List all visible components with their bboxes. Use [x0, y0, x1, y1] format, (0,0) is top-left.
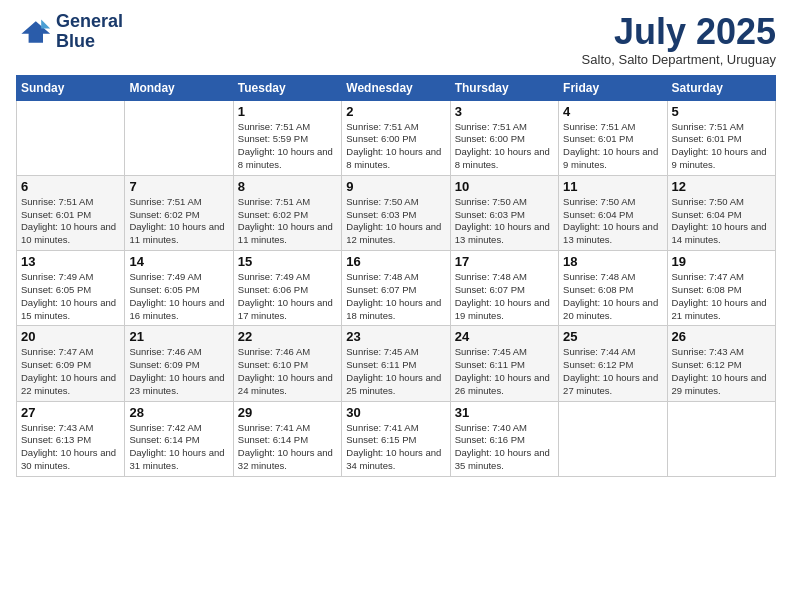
day-info: Sunrise: 7:51 AM Sunset: 5:59 PM Dayligh… [238, 121, 337, 172]
day-number: 8 [238, 179, 337, 194]
day-number: 2 [346, 104, 445, 119]
table-row: 21Sunrise: 7:46 AM Sunset: 6:09 PM Dayli… [125, 326, 233, 401]
day-number: 6 [21, 179, 120, 194]
header-saturday: Saturday [667, 75, 775, 100]
table-row: 16Sunrise: 7:48 AM Sunset: 6:07 PM Dayli… [342, 251, 450, 326]
day-info: Sunrise: 7:46 AM Sunset: 6:10 PM Dayligh… [238, 346, 337, 397]
day-number: 5 [672, 104, 771, 119]
table-row: 23Sunrise: 7:45 AM Sunset: 6:11 PM Dayli… [342, 326, 450, 401]
week-row-4: 27Sunrise: 7:43 AM Sunset: 6:13 PM Dayli… [17, 401, 776, 476]
day-info: Sunrise: 7:43 AM Sunset: 6:12 PM Dayligh… [672, 346, 771, 397]
day-number: 20 [21, 329, 120, 344]
day-number: 22 [238, 329, 337, 344]
day-number: 4 [563, 104, 662, 119]
table-row: 11Sunrise: 7:50 AM Sunset: 6:04 PM Dayli… [559, 175, 667, 250]
day-info: Sunrise: 7:47 AM Sunset: 6:09 PM Dayligh… [21, 346, 120, 397]
day-number: 3 [455, 104, 554, 119]
day-info: Sunrise: 7:50 AM Sunset: 6:04 PM Dayligh… [563, 196, 662, 247]
day-info: Sunrise: 7:46 AM Sunset: 6:09 PM Dayligh… [129, 346, 228, 397]
table-row: 9Sunrise: 7:50 AM Sunset: 6:03 PM Daylig… [342, 175, 450, 250]
day-info: Sunrise: 7:41 AM Sunset: 6:14 PM Dayligh… [238, 422, 337, 473]
table-row: 30Sunrise: 7:41 AM Sunset: 6:15 PM Dayli… [342, 401, 450, 476]
table-row: 19Sunrise: 7:47 AM Sunset: 6:08 PM Dayli… [667, 251, 775, 326]
table-row: 18Sunrise: 7:48 AM Sunset: 6:08 PM Dayli… [559, 251, 667, 326]
header-sunday: Sunday [17, 75, 125, 100]
day-info: Sunrise: 7:48 AM Sunset: 6:08 PM Dayligh… [563, 271, 662, 322]
logo-line2: Blue [56, 32, 123, 52]
table-row [17, 100, 125, 175]
table-row: 20Sunrise: 7:47 AM Sunset: 6:09 PM Dayli… [17, 326, 125, 401]
header-monday: Monday [125, 75, 233, 100]
day-number: 29 [238, 405, 337, 420]
table-row: 2Sunrise: 7:51 AM Sunset: 6:00 PM Daylig… [342, 100, 450, 175]
day-number: 21 [129, 329, 228, 344]
day-number: 7 [129, 179, 228, 194]
day-number: 1 [238, 104, 337, 119]
day-number: 10 [455, 179, 554, 194]
week-row-0: 1Sunrise: 7:51 AM Sunset: 5:59 PM Daylig… [17, 100, 776, 175]
day-info: Sunrise: 7:50 AM Sunset: 6:03 PM Dayligh… [346, 196, 445, 247]
page: General Blue July 2025 Salto, Salto Depa… [0, 0, 792, 612]
table-row: 8Sunrise: 7:51 AM Sunset: 6:02 PM Daylig… [233, 175, 341, 250]
table-row: 29Sunrise: 7:41 AM Sunset: 6:14 PM Dayli… [233, 401, 341, 476]
table-row: 24Sunrise: 7:45 AM Sunset: 6:11 PM Dayli… [450, 326, 558, 401]
day-number: 27 [21, 405, 120, 420]
header-tuesday: Tuesday [233, 75, 341, 100]
table-row: 13Sunrise: 7:49 AM Sunset: 6:05 PM Dayli… [17, 251, 125, 326]
day-info: Sunrise: 7:49 AM Sunset: 6:05 PM Dayligh… [129, 271, 228, 322]
table-row: 10Sunrise: 7:50 AM Sunset: 6:03 PM Dayli… [450, 175, 558, 250]
calendar: Sunday Monday Tuesday Wednesday Thursday… [16, 75, 776, 477]
month-title: July 2025 [582, 12, 776, 52]
day-number: 23 [346, 329, 445, 344]
table-row: 1Sunrise: 7:51 AM Sunset: 5:59 PM Daylig… [233, 100, 341, 175]
day-number: 11 [563, 179, 662, 194]
table-row: 3Sunrise: 7:51 AM Sunset: 6:00 PM Daylig… [450, 100, 558, 175]
table-row: 4Sunrise: 7:51 AM Sunset: 6:01 PM Daylig… [559, 100, 667, 175]
day-number: 19 [672, 254, 771, 269]
day-info: Sunrise: 7:44 AM Sunset: 6:12 PM Dayligh… [563, 346, 662, 397]
day-info: Sunrise: 7:50 AM Sunset: 6:04 PM Dayligh… [672, 196, 771, 247]
day-info: Sunrise: 7:51 AM Sunset: 6:00 PM Dayligh… [346, 121, 445, 172]
header-friday: Friday [559, 75, 667, 100]
day-number: 17 [455, 254, 554, 269]
table-row: 17Sunrise: 7:48 AM Sunset: 6:07 PM Dayli… [450, 251, 558, 326]
day-number: 9 [346, 179, 445, 194]
day-info: Sunrise: 7:43 AM Sunset: 6:13 PM Dayligh… [21, 422, 120, 473]
week-row-2: 13Sunrise: 7:49 AM Sunset: 6:05 PM Dayli… [17, 251, 776, 326]
table-row: 22Sunrise: 7:46 AM Sunset: 6:10 PM Dayli… [233, 326, 341, 401]
day-info: Sunrise: 7:51 AM Sunset: 6:02 PM Dayligh… [238, 196, 337, 247]
logo: General Blue [16, 12, 123, 52]
day-info: Sunrise: 7:49 AM Sunset: 6:05 PM Dayligh… [21, 271, 120, 322]
location: Salto, Salto Department, Uruguay [582, 52, 776, 67]
header-wednesday: Wednesday [342, 75, 450, 100]
day-number: 31 [455, 405, 554, 420]
day-info: Sunrise: 7:51 AM Sunset: 6:02 PM Dayligh… [129, 196, 228, 247]
day-info: Sunrise: 7:51 AM Sunset: 6:01 PM Dayligh… [672, 121, 771, 172]
table-row [667, 401, 775, 476]
table-row: 6Sunrise: 7:51 AM Sunset: 6:01 PM Daylig… [17, 175, 125, 250]
logo-text: General Blue [56, 12, 123, 52]
calendar-header-row: Sunday Monday Tuesday Wednesday Thursday… [17, 75, 776, 100]
day-number: 26 [672, 329, 771, 344]
day-number: 13 [21, 254, 120, 269]
table-row: 31Sunrise: 7:40 AM Sunset: 6:16 PM Dayli… [450, 401, 558, 476]
day-info: Sunrise: 7:48 AM Sunset: 6:07 PM Dayligh… [455, 271, 554, 322]
table-row: 15Sunrise: 7:49 AM Sunset: 6:06 PM Dayli… [233, 251, 341, 326]
day-info: Sunrise: 7:41 AM Sunset: 6:15 PM Dayligh… [346, 422, 445, 473]
day-number: 15 [238, 254, 337, 269]
table-row: 28Sunrise: 7:42 AM Sunset: 6:14 PM Dayli… [125, 401, 233, 476]
table-row [559, 401, 667, 476]
day-number: 12 [672, 179, 771, 194]
day-info: Sunrise: 7:49 AM Sunset: 6:06 PM Dayligh… [238, 271, 337, 322]
week-row-3: 20Sunrise: 7:47 AM Sunset: 6:09 PM Dayli… [17, 326, 776, 401]
table-row: 25Sunrise: 7:44 AM Sunset: 6:12 PM Dayli… [559, 326, 667, 401]
day-info: Sunrise: 7:51 AM Sunset: 6:01 PM Dayligh… [563, 121, 662, 172]
day-info: Sunrise: 7:51 AM Sunset: 6:00 PM Dayligh… [455, 121, 554, 172]
day-number: 24 [455, 329, 554, 344]
day-info: Sunrise: 7:45 AM Sunset: 6:11 PM Dayligh… [346, 346, 445, 397]
week-row-1: 6Sunrise: 7:51 AM Sunset: 6:01 PM Daylig… [17, 175, 776, 250]
day-number: 16 [346, 254, 445, 269]
day-number: 25 [563, 329, 662, 344]
day-info: Sunrise: 7:42 AM Sunset: 6:14 PM Dayligh… [129, 422, 228, 473]
day-info: Sunrise: 7:40 AM Sunset: 6:16 PM Dayligh… [455, 422, 554, 473]
